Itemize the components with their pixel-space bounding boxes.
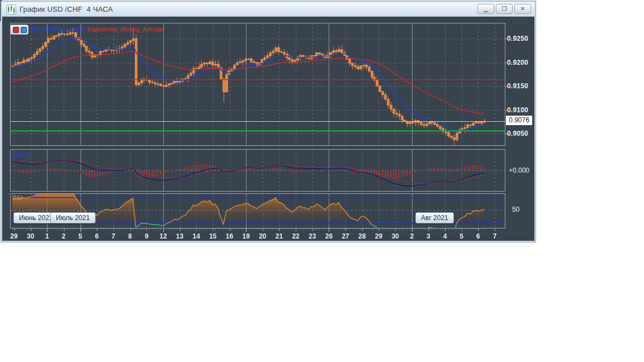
time-label: 1 xyxy=(45,232,49,240)
minimize-button[interactable]: ▁ xyxy=(477,4,494,14)
time-label: 15 xyxy=(209,232,216,240)
time-label: 12 xyxy=(159,232,167,240)
price-tick xyxy=(505,63,508,63)
time-label: 4 xyxy=(443,232,447,240)
rsi-label: RSI xyxy=(12,194,22,201)
desktop: { "window": { "title": "График USD /CHF … xyxy=(0,0,644,362)
price-label: 0.9050 xyxy=(507,130,532,137)
close-button[interactable]: ✕ xyxy=(514,4,531,14)
macd-panel xyxy=(10,149,505,192)
price-tick xyxy=(505,110,508,111)
macd-canvas[interactable] xyxy=(11,150,505,191)
month-badge-aug[interactable]: Авг 2021 xyxy=(415,212,454,223)
candlestick-chart-icon xyxy=(6,4,16,15)
restore-button[interactable]: ❐ xyxy=(496,4,513,14)
time-label: 9 xyxy=(145,232,149,240)
time-label: 8 xyxy=(128,232,132,240)
time-label: 28 xyxy=(358,232,366,240)
price-label: 0.9250 xyxy=(507,35,532,42)
price-tick xyxy=(505,134,508,134)
price-label: 0.9150 xyxy=(507,82,532,90)
time-label: 5 xyxy=(460,232,463,240)
time-label: 27 xyxy=(342,232,349,240)
title-bar[interactable]: График USD /CHF 4 ЧАСА ▁ ❐ ✕ xyxy=(2,2,534,17)
current-price-badge: 0.9076 xyxy=(506,116,532,125)
window-title: График USD /CHF 4 ЧАСА xyxy=(20,5,113,13)
time-label: 23 xyxy=(309,232,316,240)
time-label: 2 xyxy=(410,232,414,240)
rsi-level-label: 50 xyxy=(512,206,519,213)
time-label: 6 xyxy=(95,232,99,240)
time-label: 13 xyxy=(176,232,183,240)
time-label: 7 xyxy=(493,232,497,240)
month-badge-jul[interactable]: Июль 2021 xyxy=(50,212,96,223)
window-controls: ▁ ❐ ✕ xyxy=(477,4,531,14)
price-label: 0.9100 xyxy=(507,106,532,114)
time-label: 21 xyxy=(276,232,283,240)
time-label: 19 xyxy=(242,232,249,240)
chart-window: График USD /CHF 4 ЧАСА ▁ ❐ ✕ Exponential… xyxy=(1,1,536,242)
time-label: 3 xyxy=(427,232,430,240)
time-label: 20 xyxy=(259,232,266,240)
time-label: 5 xyxy=(78,232,82,240)
time-label: 30 xyxy=(391,232,399,240)
price-label: 0.9200 xyxy=(507,59,532,66)
macd-label: MACD xyxy=(12,151,31,158)
time-label: 29 xyxy=(375,232,382,240)
price-tick xyxy=(505,39,508,39)
macd-zero-label: +0.000 xyxy=(509,166,529,174)
time-tick-canvas xyxy=(10,228,505,234)
main-chart-panel xyxy=(10,23,505,146)
time-label: 26 xyxy=(325,232,333,240)
time-label: 29 xyxy=(10,232,17,240)
time-label: 16 xyxy=(226,232,233,240)
time-label: 7 xyxy=(112,232,116,240)
main-chart-canvas[interactable] xyxy=(11,23,505,145)
time-label: 30 xyxy=(27,232,34,240)
time-label: 6 xyxy=(476,232,480,240)
time-label: 14 xyxy=(193,232,200,240)
price-tick xyxy=(505,86,508,87)
time-label: 22 xyxy=(292,232,299,240)
time-label: 2 xyxy=(62,232,66,240)
